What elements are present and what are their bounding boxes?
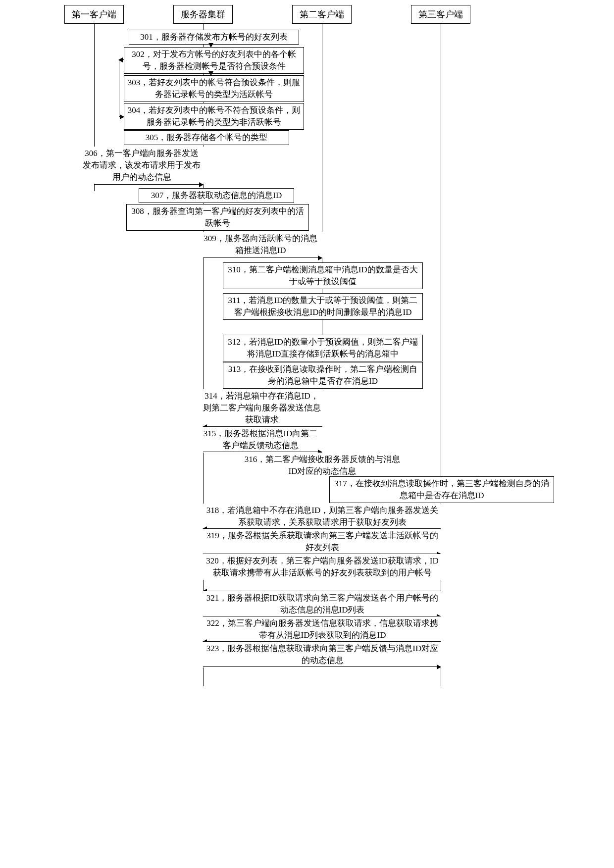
step-316: 316，第二客户端接收服务器反馈的与消息ID对应的动态信息 (238, 453, 407, 478)
step-323: 323，服务器根据信息获取请求向第三客户端反馈与消息ID对应的动态信息 (201, 642, 444, 667)
step-306: 306，第一客户端向服务器发送发布请求，该发布请求用于发布用户的动态信息 (79, 147, 204, 184)
lifeline-client3 (441, 23, 441, 686)
arrow-309 (203, 257, 322, 258)
step-302: 302，对于发布方帐号的好友列表中的各个帐号，服务器检测帐号是否符合预设条件 (124, 47, 304, 74)
step-315: 315，服务器根据消息ID向第二客户端反馈动态信息 (198, 427, 323, 453)
arrow-302-304-t (119, 59, 124, 60)
arrow-302-304-v (119, 59, 119, 116)
step-309: 309，服务器向活跃帐号的消息箱推送消息ID (198, 232, 323, 257)
step-313: 313，在接收到消息读取操作时，第二客户端检测自身的消息箱中是否存在消息ID (223, 362, 423, 389)
step-301: 301，服务器存储发布方帐号的好友列表 (129, 30, 299, 45)
arrow-301-302 (210, 45, 211, 47)
arrow-302-303 (210, 73, 211, 75)
actor-server: 服务器集群 (173, 5, 233, 24)
step-311: 311，若消息ID的数量大于或等于预设阈值，则第二客户端根据接收消息ID的时间删… (223, 293, 423, 320)
step-318: 318，若消息箱中不存在消息ID，则第三客户端向服务器发送关系获取请求，关系获取… (201, 504, 444, 529)
actor-client1: 第一客户端 (64, 5, 124, 24)
actor-client3: 第三客户端 (411, 5, 470, 24)
step-317: 317，在接收到消息读取操作时，第三客户端检测自身的消息箱中是否存在消息ID (329, 476, 554, 503)
step-310: 310，第二客户端检测消息箱中消息ID的数量是否大于或等于预设阈值 (223, 262, 423, 289)
sequence-diagram: 第一客户端 服务器集群 第二客户端 第三客户端 301，服务器存储发布方帐号的好… (59, 5, 555, 698)
step-303: 303，若好友列表中的帐号符合预设条件，则服务器记录帐号的类型为活跃帐号 (124, 75, 304, 102)
step-320: 320，根据好友列表，第三客户端向服务器发送ID获取请求，ID获取请求携带有从非… (201, 554, 444, 580)
step-304: 304，若好友列表中的帐号不符合预设条件，则服务器记录帐号的类型为非活跃帐号 (124, 103, 304, 130)
step-314: 314，若消息箱中存在消息ID，则第二客户端向服务器发送信息获取请求 (198, 389, 325, 426)
actor-client2: 第二客户端 (292, 5, 352, 24)
arrow-302-304-b (119, 116, 124, 117)
arrow-323 (203, 666, 441, 667)
step-307: 307，服务器获取动态信息的消息ID (139, 188, 294, 203)
arrow-306 (94, 184, 203, 185)
step-321: 321，服务器根据ID获取请求向第三客户端发送各个用户帐号的动态信息的消息ID列… (201, 591, 444, 617)
step-308: 308，服务器查询第一客户端的好友列表中的活跃帐号 (126, 204, 309, 231)
arrow-315 (203, 452, 322, 452)
step-312: 312，若消息ID的数量小于预设阈值，则第二客户端将消息ID直接存储到活跃帐号的… (223, 335, 423, 361)
step-319: 319，服务器根据关系获取请求向第三客户端发送非活跃帐号的好友列表 (201, 529, 444, 555)
step-322: 322，第三客户端向服务器发送信息获取请求，信息获取请求携带有从消息ID列表获取… (201, 616, 444, 642)
step-305: 305，服务器存储各个帐号的类型 (124, 130, 289, 145)
